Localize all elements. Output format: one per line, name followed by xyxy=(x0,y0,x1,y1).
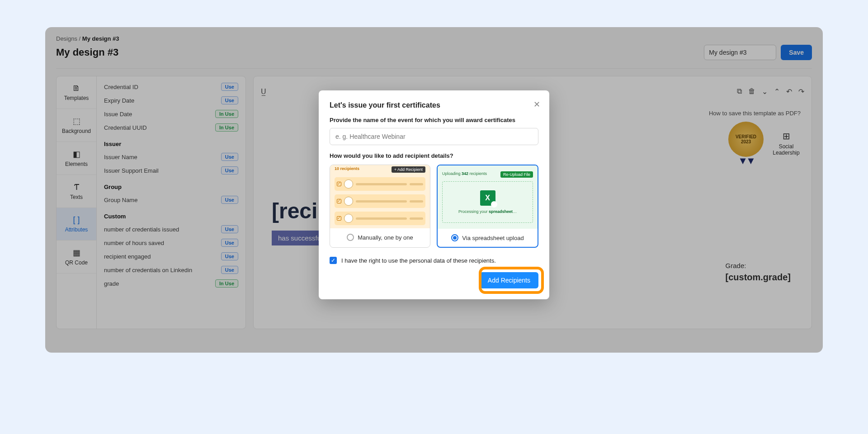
option-spreadsheet-label: Via spreadsheet upload xyxy=(462,235,524,241)
method-label: How would you like to add recipient deta… xyxy=(330,152,538,159)
manual-count: 10 recipients xyxy=(335,166,359,173)
issue-certificates-modal: ✕ Let's issue your first certificates Pr… xyxy=(319,90,549,299)
processing-text: Processing your spreadsheet… xyxy=(458,209,517,214)
add-recipient-badge: + Add Recipient xyxy=(392,166,425,173)
close-icon[interactable]: ✕ xyxy=(533,99,540,109)
add-recipients-button[interactable]: Add Recipients xyxy=(480,272,538,288)
option-manual[interactable]: 10 recipients + Add Recipient Manually, … xyxy=(330,165,430,248)
manual-preview: 10 recipients + Add Recipient xyxy=(330,165,430,228)
option-manual-label: Manually, one by one xyxy=(358,234,413,241)
consent-checkbox[interactable]: ✓ xyxy=(330,257,337,264)
sheet-preview: Uploading 342 recipients Re-Upload File … xyxy=(438,165,538,229)
app-frame: Designs / My design #3 My design #3 Save… xyxy=(45,27,823,353)
reupload-badge: Re-Upload File xyxy=(500,171,533,178)
modal-title: Let's issue your first certificates xyxy=(330,101,538,109)
event-name-label: Provide the name of the event for which … xyxy=(330,117,538,123)
radio-spreadsheet[interactable] xyxy=(451,234,458,241)
option-spreadsheet[interactable]: Uploading 342 recipients Re-Upload File … xyxy=(437,165,538,248)
excel-icon: X xyxy=(480,190,495,206)
event-name-input[interactable] xyxy=(330,128,538,145)
consent-text: I have the right to use the personal dat… xyxy=(341,257,496,264)
radio-manual[interactable] xyxy=(347,234,354,241)
uploading-text: Uploading 342 recipients xyxy=(442,171,487,178)
